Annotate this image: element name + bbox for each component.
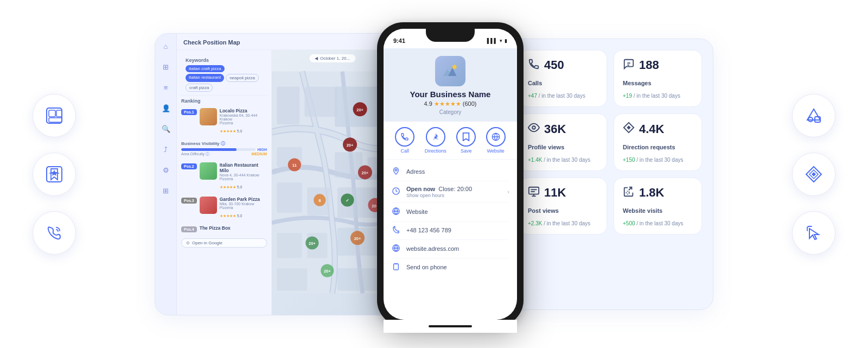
phone-row[interactable]: +48 123 456 789 bbox=[391, 222, 509, 240]
rank-info-2: Italian Restaurant Milo Nova 4, 30-444 K… bbox=[220, 162, 267, 191]
rank-addr-2: Nova 4, 30-444 Krakow bbox=[220, 173, 267, 177]
direction-diamond-icon[interactable] bbox=[792, 153, 835, 196]
calls-stat-card: 450 Calls +47 / in the last 30 days bbox=[519, 50, 607, 107]
svg-text:20+: 20+ bbox=[309, 241, 316, 246]
calls-change: +47 / in the last 30 days bbox=[528, 93, 598, 99]
phone-home-bar bbox=[384, 320, 517, 333]
ranking-item-3: Pos.3 Garden Park Pizza Mila, 30-700 Kra… bbox=[181, 194, 267, 223]
map-svg: 20+ 20+ 20+ 20+ 20+ 11 bbox=[272, 50, 393, 315]
save-label: Save bbox=[461, 148, 472, 154]
signal-icon: ▌▌▌ bbox=[487, 38, 497, 43]
visibility-value: HIGH bbox=[258, 148, 267, 151]
ranking-item-2: Pos.2 Italian Restaurant Milo Nova 4, 30… bbox=[181, 160, 267, 194]
rank-img-2 bbox=[200, 162, 217, 180]
sidebar-nav: ⌂ ⊞ ≡ 👤 🔍 ⤴ ⚙ ⊞ bbox=[155, 34, 177, 315]
map-area: ◀ October 1, 20... bbox=[272, 50, 393, 315]
send-phone-row[interactable]: Send on phone bbox=[391, 258, 509, 276]
rank-badge-2: Pos.2 bbox=[181, 163, 197, 169]
nav-icon-grid[interactable]: ⊞ bbox=[159, 185, 173, 198]
phone-mockup: 9:41 ▌▌▌ ▾ ▮ bbox=[377, 22, 524, 326]
info-list: Adress Open now Close: 20:00 bbox=[384, 160, 517, 280]
rank-name-4: The Pizza Box bbox=[200, 225, 267, 231]
profile-views-stat-card: 36K Profile views +1.4K / in the last 30… bbox=[519, 113, 607, 171]
rank-info-4: The Pizza Box bbox=[200, 225, 267, 231]
keyword-tag-3[interactable]: neapoli pizza bbox=[226, 74, 259, 82]
shapes-triangle-icon[interactable] bbox=[792, 94, 835, 137]
hours-row[interactable]: Open now Close: 20:00 Show open hours › bbox=[391, 181, 509, 203]
phone-call-icon[interactable] bbox=[33, 211, 76, 255]
nav-icon-search[interactable]: 🔍 bbox=[159, 123, 173, 136]
website-visits-value: 1.8K bbox=[639, 186, 664, 200]
visibility-label: Business Visibility ⓘ bbox=[181, 141, 267, 147]
calls-icon bbox=[528, 58, 540, 73]
post-views-value: 11K bbox=[544, 186, 566, 200]
post-views-stat-card: 11K Post views +2.3K / in the last 30 da… bbox=[519, 178, 607, 235]
website-row-icon bbox=[391, 207, 401, 217]
wifi-icon: ▾ bbox=[500, 38, 502, 43]
web-address-row[interactable]: website.adress.com bbox=[391, 240, 509, 258]
nav-icon-map[interactable]: ⊞ bbox=[159, 61, 173, 74]
nav-icon-person[interactable]: 👤 bbox=[159, 102, 173, 115]
star-bookmark-icon[interactable] bbox=[33, 153, 76, 196]
svg-text:11: 11 bbox=[292, 163, 297, 168]
calls-header: 450 bbox=[528, 58, 598, 73]
save-button[interactable]: Save bbox=[456, 127, 476, 154]
direction-requests-icon bbox=[623, 122, 635, 136]
call-button[interactable]: Call bbox=[395, 127, 414, 154]
svg-text:20+: 20+ bbox=[347, 143, 354, 148]
hours-text: Open now Close: 20:00 Show open hours bbox=[406, 186, 502, 198]
rank-badge-3: Pos.3 bbox=[181, 198, 197, 204]
call-label: Call bbox=[400, 148, 409, 154]
phone-status-icons: ▌▌▌ ▾ ▮ bbox=[487, 38, 507, 43]
visibility-bar: HIGH bbox=[181, 148, 267, 151]
nav-icon-settings[interactable]: ⚙ bbox=[159, 164, 173, 177]
visibility-section: Business Visibility ⓘ HIGH Area Difficul… bbox=[181, 138, 267, 160]
keywords-label: Keywords bbox=[186, 58, 263, 63]
rank-img-1 bbox=[200, 108, 217, 125]
ranking-label: Ranking bbox=[181, 96, 267, 105]
svg-text:20+: 20+ bbox=[324, 269, 331, 274]
profile-views-icon bbox=[528, 122, 540, 136]
main-content: ⌂ ⊞ ≡ 👤 🔍 ⤴ ⚙ ⊞ Check Position Map ⊕ bbox=[155, 22, 713, 326]
svg-point-43 bbox=[435, 136, 437, 138]
phone-body: 9:41 ▌▌▌ ▾ ▮ bbox=[377, 22, 524, 326]
left-icon-group bbox=[33, 94, 76, 255]
nav-icon-share[interactable]: ⤴ bbox=[159, 143, 173, 156]
keyword-tag-1[interactable]: italian craft pizza bbox=[186, 65, 225, 72]
direction-requests-label: Direction requests bbox=[623, 144, 693, 150]
send-phone-icon bbox=[391, 263, 401, 272]
panel-content: Check Position Map ⊕ Keywords italian cr… bbox=[177, 34, 393, 315]
keyword-tag-4[interactable]: craft pizza bbox=[186, 84, 213, 92]
business-logo bbox=[435, 56, 465, 86]
review-count: (600) bbox=[463, 100, 477, 107]
nav-icon-home[interactable]: ⌂ bbox=[159, 40, 173, 53]
business-category: Category bbox=[439, 109, 462, 115]
rating-stars: ★★★★★ bbox=[434, 100, 461, 107]
svg-point-52 bbox=[532, 126, 535, 129]
directions-button[interactable]: Directions bbox=[425, 127, 446, 154]
panel-header: Check Position Map ⊕ bbox=[177, 34, 393, 50]
map-ranking-panel: ⌂ ⊞ ≡ 👤 🔍 ⤴ ⚙ ⊞ Check Position Map ⊕ bbox=[155, 33, 393, 315]
svg-rect-14 bbox=[277, 182, 302, 213]
svg-text:8: 8 bbox=[318, 198, 321, 203]
stats-panel: 450 Calls +47 / in the last 30 days bbox=[507, 39, 713, 310]
svg-text:20+: 20+ bbox=[354, 236, 361, 241]
nav-icon-chart[interactable]: ≡ bbox=[159, 81, 173, 94]
messages-change: +19 / in the last 30 days bbox=[623, 93, 693, 99]
ranking-item-1: Pos.1 Localo Pizza Krakowska 64, 30-444 … bbox=[181, 105, 267, 138]
website-button[interactable]: Website bbox=[486, 127, 506, 154]
svg-text:✓: ✓ bbox=[346, 198, 349, 203]
open-google-button[interactable]: ⊙ Open in Google bbox=[181, 238, 267, 248]
image-gallery-icon[interactable] bbox=[33, 94, 76, 137]
address-text: Adress bbox=[406, 168, 509, 175]
website-visits-header: 1.8K bbox=[623, 186, 693, 200]
business-rating: 4.9 ★★★★★ (600) bbox=[424, 100, 477, 107]
panel-body: Keywords italian craft pizza italian res… bbox=[177, 50, 393, 315]
website-visits-icon bbox=[623, 186, 635, 200]
address-row: Adress bbox=[391, 163, 509, 181]
website-button-icon bbox=[486, 127, 506, 147]
calls-label: Calls bbox=[528, 80, 598, 86]
keyword-tag-2[interactable]: italian restaurant bbox=[186, 74, 224, 82]
website-row[interactable]: Website bbox=[391, 203, 509, 222]
cursor-click-icon[interactable] bbox=[792, 211, 835, 255]
